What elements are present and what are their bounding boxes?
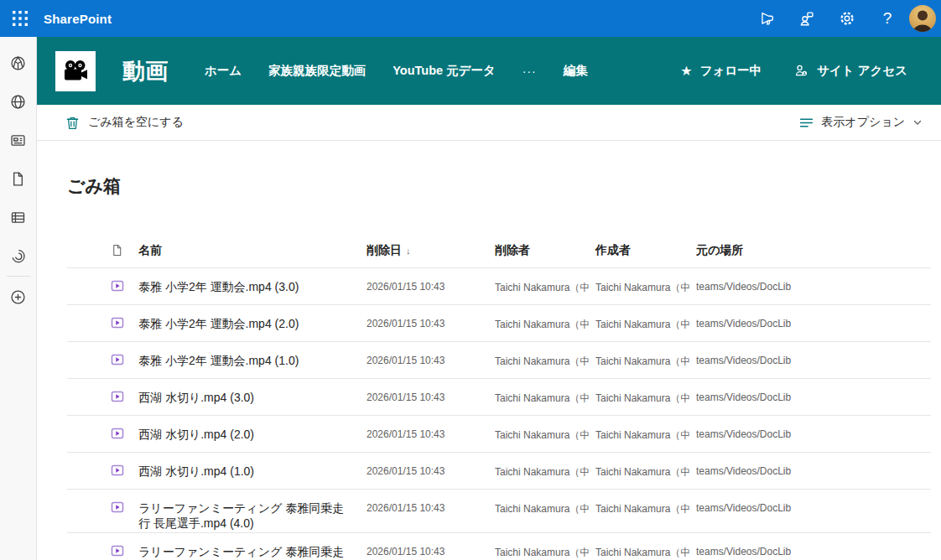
table-row[interactable]: ラリーファンミーティング 泰雅同乗走行 2026/01/15 10:43 Tai… <box>67 533 931 560</box>
created-by: Taichi Nakamura（中 <box>595 453 696 480</box>
nav-more-button[interactable]: ··· <box>522 65 537 78</box>
people-apps-button[interactable] <box>787 0 827 37</box>
file-name: ラリーファンミーティング 泰雅同乗走行 長尾選手.mp4 (4.0) <box>138 490 367 531</box>
loop-icon <box>9 247 27 265</box>
site-logo[interactable] <box>55 51 96 91</box>
rail-create-button[interactable] <box>0 277 37 316</box>
person-chat-icon <box>798 9 816 28</box>
rail-news-button[interactable] <box>0 121 37 159</box>
command-bar: ごみ箱を空にする 表示オプション <box>37 105 941 141</box>
table-row[interactable]: 泰雅 小学2年 運動会.mp4 (3.0) 2026/01/15 10:43 T… <box>67 268 931 305</box>
created-by: Taichi Nakamura（中 <box>595 416 696 443</box>
page-title: ごみ箱 <box>67 174 931 198</box>
empty-recycle-bin-button[interactable]: ごみ箱を空にする <box>65 115 184 130</box>
table-row[interactable]: 西湖 水切り.mp4 (2.0) 2026/01/15 10:43 Taichi… <box>67 416 931 453</box>
original-location: teams/Videos/DocLib <box>696 416 931 440</box>
rail-home-button[interactable] <box>0 44 37 82</box>
created-by: Taichi Nakamura（中 <box>595 490 696 516</box>
video-file-icon <box>67 416 138 440</box>
column-header-name[interactable]: 名前 <box>138 236 367 258</box>
column-header-location[interactable]: 元の場所 <box>696 236 931 258</box>
megaphone-icon <box>757 9 776 28</box>
video-file-icon <box>67 533 138 557</box>
rail-loop-button[interactable] <box>0 236 37 275</box>
column-header-created-by[interactable]: 作成者 <box>595 236 696 258</box>
nav-item-youtube-source[interactable]: YouTube 元データ <box>393 63 496 79</box>
table-row[interactable]: ラリーファンミーティング 泰雅同乗走行 長尾選手.mp4 (4.0) 2026/… <box>67 490 931 533</box>
star-icon: ★ <box>680 65 692 78</box>
file-name: 西湖 水切り.mp4 (3.0) <box>138 379 367 405</box>
follow-button[interactable]: ★ フォロー中 <box>680 63 762 79</box>
created-by: Taichi Nakamura（中 <box>595 342 696 369</box>
rail-my-sites-button[interactable] <box>0 82 37 121</box>
rail-my-lists-button[interactable] <box>0 198 37 236</box>
site-header: 動画 ホーム 家族親族限定動画 YouTube 元データ ··· 編集 ★ フォ… <box>37 37 941 105</box>
deleted-by: Taichi Nakamura（中 <box>495 268 595 295</box>
page-icon <box>111 244 123 257</box>
created-by: Taichi Nakamura（中 <box>595 379 696 406</box>
waffle-icon <box>13 11 28 26</box>
recycle-bin-list: 名前 削除日↓ 削除者 作成者 元の場所 泰雅 小学2年 運動会.mp4 (3.… <box>67 236 931 560</box>
deleted-by: Taichi Nakamura（中 <box>495 416 595 443</box>
movie-camera-icon <box>62 58 89 85</box>
nav-item-home[interactable]: ホーム <box>205 63 242 79</box>
deleted-date: 2026/01/15 10:43 <box>367 268 495 293</box>
nav-edit-button[interactable]: 編集 <box>564 63 588 79</box>
original-location: teams/Videos/DocLib <box>696 342 931 366</box>
suite-app-name[interactable]: SharePoint <box>44 12 112 26</box>
sphere-icon <box>9 54 27 72</box>
original-location: teams/Videos/DocLib <box>696 533 931 557</box>
table-row[interactable]: 泰雅 小学2年 運動会.mp4 (1.0) 2026/01/15 10:43 T… <box>67 342 931 379</box>
site-title[interactable]: 動画 <box>122 56 168 86</box>
file-name: 西湖 水切り.mp4 (2.0) <box>138 416 367 442</box>
rail-my-files-button[interactable] <box>0 159 37 198</box>
view-options-label: 表示オプション <box>821 115 905 130</box>
recycle-bin-page: ごみ箱 名前 削除日↓ 削除者 作成者 元 <box>37 141 941 560</box>
original-location: teams/Videos/DocLib <box>696 490 931 514</box>
deleted-by: Taichi Nakamura（中 <box>495 490 595 516</box>
deleted-by: Taichi Nakamura（中 <box>495 342 595 369</box>
file-type-column-header[interactable] <box>67 236 138 257</box>
original-location: teams/Videos/DocLib <box>696 268 931 293</box>
nav-item-family-videos[interactable]: 家族親族限定動画 <box>268 63 366 79</box>
deleted-date: 2026/01/15 10:43 <box>367 490 495 514</box>
rail-divider <box>7 276 30 277</box>
help-button[interactable]: ? <box>867 0 907 37</box>
deleted-date: 2026/01/15 10:43 <box>367 453 495 477</box>
suite-bar: SharePoint ? <box>0 0 941 37</box>
avatar-photo <box>909 5 936 32</box>
video-file-icon <box>67 342 138 366</box>
deleted-by: Taichi Nakamura（中 <box>495 379 595 406</box>
table-row[interactable]: 西湖 水切り.mp4 (1.0) 2026/01/15 10:43 Taichi… <box>67 453 931 490</box>
deleted-date: 2026/01/15 10:43 <box>367 379 495 403</box>
view-options-button[interactable]: 表示オプション <box>799 115 923 130</box>
file-name: 西湖 水切り.mp4 (1.0) <box>138 453 367 479</box>
settings-button[interactable] <box>827 0 867 37</box>
deleted-date: 2026/01/15 10:43 <box>367 533 495 557</box>
video-file-icon <box>67 305 138 329</box>
globe-icon <box>9 93 27 111</box>
column-header-deleted-by[interactable]: 削除者 <box>495 236 595 258</box>
app-launcher-button[interactable] <box>0 0 40 37</box>
file-name: ラリーファンミーティング 泰雅同乗走行 <box>138 533 367 560</box>
announcements-button[interactable] <box>746 0 787 37</box>
plus-circle-icon <box>9 288 27 306</box>
original-location: teams/Videos/DocLib <box>696 379 931 403</box>
empty-recycle-bin-label: ごみ箱を空にする <box>88 115 184 130</box>
person-badge-icon <box>793 63 809 79</box>
table-row[interactable]: 泰雅 小学2年 運動会.mp4 (2.0) 2026/01/15 10:43 T… <box>67 305 931 342</box>
video-file-icon <box>67 453 138 477</box>
file-name: 泰雅 小学2年 運動会.mp4 (3.0) <box>138 268 367 294</box>
table-row[interactable]: 西湖 水切り.mp4 (3.0) 2026/01/15 10:43 Taichi… <box>67 379 931 416</box>
table-body: 泰雅 小学2年 運動会.mp4 (3.0) 2026/01/15 10:43 T… <box>67 268 931 560</box>
table-header-row: 名前 削除日↓ 削除者 作成者 元の場所 <box>67 236 931 268</box>
site-nav: ホーム 家族親族限定動画 YouTube 元データ ··· 編集 <box>205 63 588 79</box>
deleted-by: Taichi Nakamura（中 <box>495 453 595 480</box>
site-access-button[interactable]: サイト アクセス <box>793 63 907 79</box>
account-avatar[interactable] <box>909 5 936 32</box>
column-header-deleted[interactable]: 削除日↓ <box>367 236 495 258</box>
view-options-icon <box>799 116 814 130</box>
created-by: Taichi Nakamura（中 <box>595 533 696 560</box>
file-name: 泰雅 小学2年 運動会.mp4 (1.0) <box>138 342 367 368</box>
sort-descending-icon: ↓ <box>406 246 411 256</box>
